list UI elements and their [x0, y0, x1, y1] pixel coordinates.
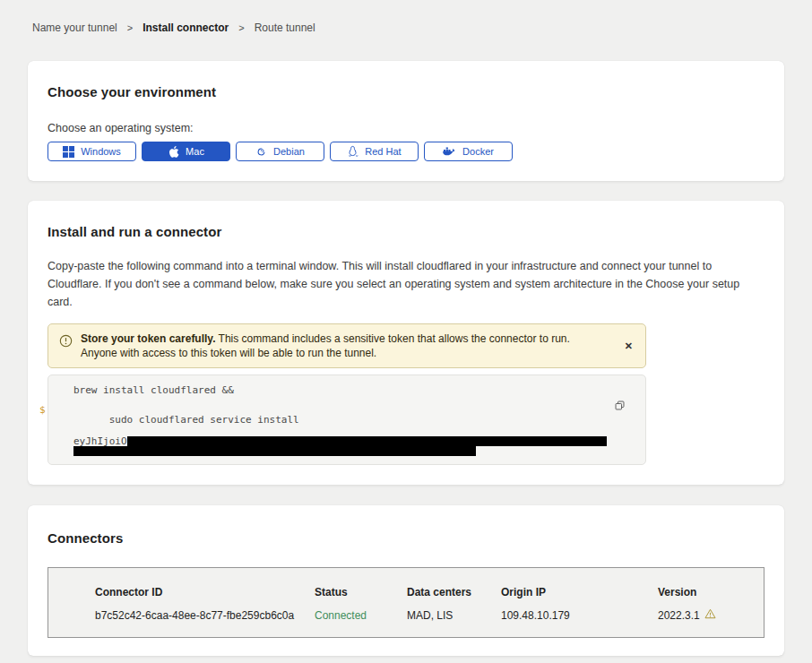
os-button-docker[interactable]: Docker: [424, 142, 513, 161]
connector-id-value: b7c52c42-6caa-48ee-8c77-fbe259cb6c0a: [95, 609, 315, 622]
code-line-brew: brew install cloudflared &&: [56, 385, 633, 396]
os-button-label: Mac: [186, 146, 204, 157]
token-redaction-bar: [73, 446, 476, 456]
connectors-card: Connectors Connector ID Status Data cent…: [28, 505, 784, 656]
install-command-codeblock: brew install cloudflared && $sudo cloudf…: [48, 375, 646, 465]
code-line-text: sudo cloudflared service install: [109, 414, 299, 426]
installer-card: Install and run a connector Copy-paste t…: [28, 201, 784, 485]
breadcrumb-step-name-your-tunnel[interactable]: Name your tunnel: [32, 22, 117, 34]
column-header-status: Status: [315, 586, 407, 598]
docker-whale-logo-icon: [443, 146, 456, 157]
os-button-group: Windows Mac Debian: [48, 142, 764, 161]
connector-status-value: Connected: [315, 609, 407, 622]
column-header-connector-id: Connector ID: [95, 586, 315, 598]
token-warning-banner: Store your token carefully. This command…: [48, 323, 646, 368]
token-redaction-bar: [127, 436, 607, 446]
environment-card: Choose your environment Choose an operat…: [28, 61, 784, 181]
token-prefix: eyJhIjoiO: [73, 435, 127, 447]
connectors-card-title: Connectors: [48, 530, 764, 546]
redhat-linux-logo-icon: [347, 145, 358, 158]
column-header-data-centers: Data centers: [407, 586, 501, 598]
os-button-debian[interactable]: Debian: [236, 142, 324, 161]
connector-version-value: 2022.3.1: [658, 608, 764, 622]
breadcrumb-separator: >: [238, 22, 244, 33]
warning-close-button[interactable]: ✕: [621, 339, 636, 354]
os-button-redhat[interactable]: Red Hat: [330, 142, 419, 161]
os-button-label: Windows: [81, 146, 121, 157]
connector-data-centers-value: MAD, LIS: [407, 609, 501, 622]
version-warning-triangle-icon: [704, 608, 716, 622]
connectors-table-header: Connector ID Status Data centers Origin …: [95, 586, 764, 598]
version-number: 2022.3.1: [658, 609, 700, 622]
connectors-table: Connector ID Status Data centers Origin …: [48, 567, 764, 638]
shell-prompt: $: [39, 405, 46, 416]
os-button-label: Red Hat: [365, 146, 401, 157]
os-select-label: Choose an operating system:: [48, 122, 764, 134]
windows-logo-icon: [63, 146, 74, 158]
os-button-label: Debian: [273, 146, 305, 157]
column-header-origin-ip: Origin IP: [501, 586, 658, 598]
copy-command-button[interactable]: [613, 399, 626, 415]
breadcrumb-step-install-connector[interactable]: Install connector: [143, 22, 229, 34]
os-button-windows[interactable]: Windows: [48, 142, 136, 161]
token-line: eyJhIjoiO: [56, 436, 633, 446]
breadcrumb-separator: >: [127, 22, 133, 33]
installer-description: Copy-paste the following command into a …: [48, 257, 764, 311]
debian-logo-icon: [255, 146, 267, 158]
connector-table-row: b7c52c42-6caa-48ee-8c77-fbe259cb6c0a Con…: [95, 608, 764, 622]
code-line-service-install: $sudo cloudflared service install: [56, 405, 633, 436]
breadcrumb-step-route-tunnel[interactable]: Route tunnel: [255, 22, 315, 34]
breadcrumb: Name your tunnel > Install connector > R…: [0, 0, 812, 34]
environment-card-title: Choose your environment: [48, 84, 764, 99]
close-icon: ✕: [625, 340, 633, 351]
copy-icon: [614, 400, 626, 414]
os-button-label: Docker: [462, 146, 494, 157]
column-header-version: Version: [658, 586, 764, 598]
os-button-mac[interactable]: Mac: [142, 142, 230, 161]
installer-card-title: Install and run a connector: [48, 224, 764, 239]
connector-origin-ip-value: 109.48.10.179: [501, 609, 658, 622]
token-warning-text: Store your token carefully. This command…: [81, 332, 613, 360]
alert-circle-icon: [59, 334, 73, 351]
token-warning-title: Store your token carefully.: [81, 332, 216, 345]
apple-logo-icon: [168, 145, 179, 159]
